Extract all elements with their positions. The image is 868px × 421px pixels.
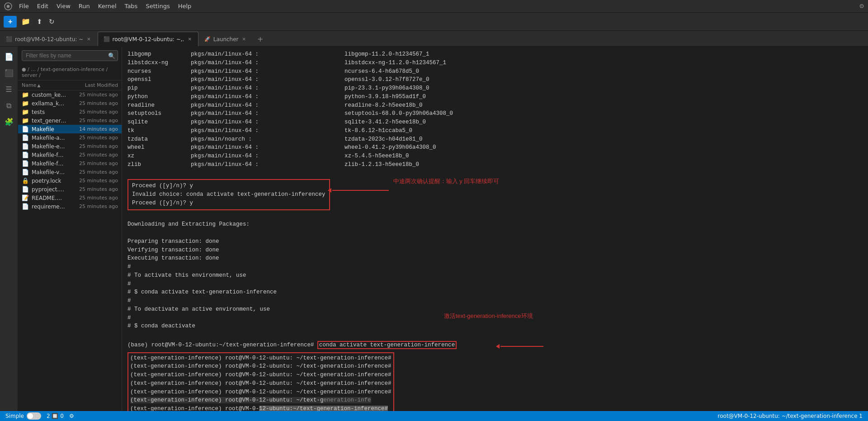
tab-terminal-1[interactable]: ⬛ root@VM-0-12-ubuntu: ~ ✕ bbox=[0, 32, 98, 46]
refresh-icon: ↻ bbox=[49, 18, 55, 26]
menu-run[interactable]: Run bbox=[75, 2, 94, 10]
search-input[interactable] bbox=[22, 50, 118, 61]
annotation-text-1: 中途两次确认提醒：输入 y 回车继续即可 bbox=[393, 177, 500, 186]
pkg-line: opensslpkgs/main/linux-64 :openssl-3.0.1… bbox=[127, 76, 863, 84]
terminal-icon-2: ⬛ bbox=[104, 36, 110, 42]
tabs-icon: ⧉ bbox=[6, 101, 11, 110]
list-item[interactable]: 📁 custom_ke… 25 minutes ago bbox=[18, 90, 122, 99]
list-item[interactable]: 📁 tests 25 minutes ago bbox=[18, 108, 122, 116]
hash-line-2: # bbox=[127, 280, 863, 289]
file-name: custom_ke… bbox=[32, 92, 70, 98]
pkg-line: libstdcxx-ngpkgs/main/linux-64 :libstdcx… bbox=[127, 59, 863, 67]
pkg-line: sqlitepkgs/main/linux-64 :sqlite-3.41.2-… bbox=[127, 118, 863, 127]
sort-icon: ▲ bbox=[37, 83, 40, 88]
settings-icon[interactable]: ⚙ bbox=[859, 3, 864, 9]
extensions-icon: 🧩 bbox=[5, 118, 14, 126]
search-icon: 🔍 bbox=[108, 52, 115, 59]
activated-line-2: (text-generation-inference) root@VM-0-12… bbox=[130, 362, 392, 371]
activated-prompts-box: (text-generation-inference) root@VM-0-12… bbox=[127, 352, 394, 412]
terminal-content[interactable]: libgomppkgs/main/linux-64 :libgomp-11.2.… bbox=[122, 47, 868, 411]
proceed-section: Proceed ([y]/n)? y Invalid choice: conda… bbox=[127, 179, 330, 210]
activated-line-5: (text-generation-inference) root@VM-0-12… bbox=[130, 388, 392, 397]
commands-icon-btn[interactable]: ☰ bbox=[3, 83, 15, 95]
tab-terminal-2[interactable]: ⬛ root@VM-0-12-ubuntu: ~,. ✕ bbox=[98, 32, 198, 46]
file-list-header: Name ▲ Last Modified bbox=[18, 80, 122, 90]
activate-hint-1: # To activate this environment, use bbox=[127, 271, 863, 280]
verifying-line: Verifying transaction: done bbox=[127, 246, 863, 255]
commands-icon: ☰ bbox=[5, 85, 12, 94]
pkg-line: wheelpkgs/main/linux-64 :wheel-0.41.2-py… bbox=[127, 143, 863, 152]
base-prompt: (base) root@VM-0-12-ubuntu:~/text-genera… bbox=[127, 342, 317, 348]
list-item[interactable]: 📁 text_gener… 25 minutes ago bbox=[18, 116, 122, 125]
running-icon-btn[interactable]: ⬛ bbox=[3, 66, 15, 79]
tab-bar: ⬛ root@VM-0-12-ubuntu: ~ ✕ ⬛ root@VM-0-1… bbox=[0, 31, 868, 47]
files-icon: 📄 bbox=[5, 52, 14, 61]
conda-activate-hint: # $ conda activate text-generation-infer… bbox=[127, 288, 863, 297]
list-item[interactable]: 📄 Makefile-f… 25 minutes ago bbox=[18, 159, 122, 168]
menu-help[interactable]: Help bbox=[175, 2, 195, 10]
new-button[interactable]: + bbox=[4, 16, 17, 28]
tabs-icon-btn[interactable]: ⧉ bbox=[3, 99, 15, 112]
upload-button[interactable]: ⬆ bbox=[35, 16, 44, 28]
menu-file[interactable]: File bbox=[15, 2, 33, 10]
menu-kernel[interactable]: Kernel bbox=[94, 2, 120, 10]
file-type-icon: 📄 bbox=[22, 134, 29, 141]
tab-launcher[interactable]: 🚀 Launcher ✕ bbox=[198, 32, 253, 46]
gear-status-icon[interactable]: ⚙ bbox=[69, 413, 74, 419]
list-item[interactable]: 📄 Makefile 14 minutes ago bbox=[18, 125, 122, 133]
tab-label-3: Launcher bbox=[213, 36, 239, 43]
file-name: text_gener… bbox=[32, 118, 70, 124]
extensions-icon-btn[interactable]: 🧩 bbox=[3, 115, 15, 128]
file-name: README…. bbox=[32, 195, 70, 201]
refresh-button[interactable]: ↻ bbox=[47, 16, 57, 28]
simple-toggle[interactable] bbox=[27, 412, 41, 420]
list-item[interactable]: 📄 Makefile-e… 25 minutes ago bbox=[18, 142, 122, 151]
file-modified: 25 minutes ago bbox=[73, 143, 118, 149]
file-modified: 25 minutes ago bbox=[73, 195, 118, 201]
files-icon-btn[interactable]: 📄 bbox=[3, 50, 15, 63]
file-name: Makefile-f… bbox=[32, 161, 70, 167]
file-type-icon: 📁 bbox=[22, 91, 29, 98]
list-item[interactable]: 📄 Makefile-f… 25 minutes ago bbox=[18, 151, 122, 159]
toolbar: + 📁 ⬆ ↻ bbox=[0, 13, 868, 31]
proceed-line-2: Proceed ([y]/n)? y bbox=[132, 199, 326, 208]
tab-close-2[interactable]: ✕ bbox=[187, 36, 192, 43]
file-name: Makefile-a… bbox=[32, 135, 70, 141]
list-item[interactable]: 📄 Makefile-a… 25 minutes ago bbox=[18, 133, 122, 142]
line-col-status: 2 🔲 0 bbox=[47, 413, 64, 419]
menu-view[interactable]: View bbox=[53, 2, 74, 10]
menu-bar: File Edit View Run Kernel Tabs Settings … bbox=[0, 0, 868, 13]
file-type-icon: 🔒 bbox=[22, 177, 29, 184]
menu-edit[interactable]: Edit bbox=[33, 2, 52, 10]
app-logo bbox=[4, 2, 13, 11]
file-search-area: 🔍 bbox=[18, 47, 122, 65]
tab-label-2: root@VM-0-12-ubuntu: ~,. bbox=[113, 36, 184, 43]
svg-marker-5 bbox=[496, 344, 500, 349]
simple-toggle-area: Simple bbox=[5, 412, 41, 420]
file-panel: 🔍 ● / … / text-generation-inference / se… bbox=[18, 47, 122, 411]
file-type-icon: 📁 bbox=[22, 117, 29, 124]
list-item[interactable]: 📝 README…. 25 minutes ago bbox=[18, 194, 122, 202]
list-item[interactable]: 📄 pyproject…. 25 minutes ago bbox=[18, 185, 122, 194]
file-type-icon: 📄 bbox=[22, 160, 29, 167]
list-item[interactable]: 🔒 poetry.lock 25 minutes ago bbox=[18, 176, 122, 185]
menu-settings[interactable]: Settings bbox=[142, 2, 173, 10]
list-item[interactable]: 📄 requireme… 25 minutes ago bbox=[18, 202, 122, 211]
name-column-header[interactable]: Name ▲ bbox=[22, 82, 73, 88]
svg-point-1 bbox=[7, 5, 10, 8]
activate-section: (base) root@VM-0-12-ubuntu:~/text-genera… bbox=[127, 341, 863, 350]
pkg-line: setuptoolspkgs/main/linux-64 :setuptools… bbox=[127, 109, 863, 118]
file-name: Makefile-f… bbox=[32, 152, 70, 158]
add-tab-button[interactable]: + bbox=[253, 33, 268, 45]
menu-tabs[interactable]: Tabs bbox=[121, 2, 142, 10]
tab-close-3[interactable]: ✕ bbox=[241, 36, 247, 43]
main-content: 📄 ⬛ ☰ ⧉ 🧩 🔍 ● / … / text-generation-infe… bbox=[0, 47, 868, 411]
file-name: poetry.lock bbox=[32, 178, 70, 184]
tab-close-1[interactable]: ✕ bbox=[86, 36, 91, 43]
list-item[interactable]: 📁 exllama_k… 25 minutes ago bbox=[18, 99, 122, 108]
file-modified: 25 minutes ago bbox=[73, 186, 118, 192]
list-item[interactable]: 📄 Makefile-v… 25 minutes ago bbox=[18, 168, 122, 176]
preparing-line: Preparing transaction: done bbox=[127, 237, 863, 246]
pkg-line: tzdatapkgs/main/noarch :tzdata-2023c-h04… bbox=[127, 135, 863, 144]
folder-button[interactable]: 📁 bbox=[19, 15, 32, 28]
